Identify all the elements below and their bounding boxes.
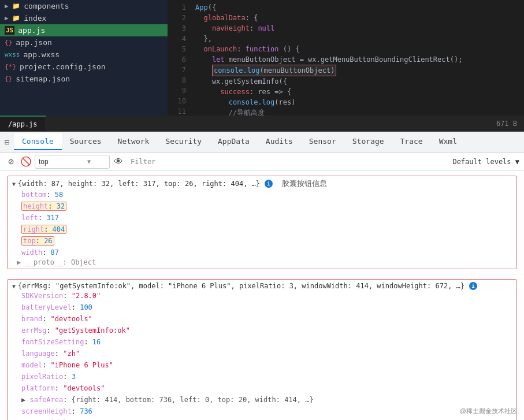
file-size: 671 B bbox=[489, 117, 524, 130]
sidebar-item-projectconfig[interactable]: {*} project.config.json bbox=[0, 61, 168, 73]
prop-brand: brand: "devtools" bbox=[21, 313, 512, 325]
tab-network[interactable]: Network bbox=[110, 133, 158, 150]
menubutton-object-header[interactable]: ▼ {width: 87, height: 32, left: 317, top… bbox=[12, 179, 512, 189]
systeminfo-object-summary: {errMsg: "getSystemInfo:ok", model: "iPh… bbox=[18, 282, 464, 290]
prop-width: width: 87 bbox=[21, 247, 512, 258]
wxss-icon: wxss bbox=[5, 51, 20, 58]
js-icon: JS bbox=[5, 26, 14, 35]
prop-language: language: "zh" bbox=[21, 348, 512, 359]
tab-security[interactable]: Security bbox=[157, 133, 210, 150]
line-numbers: 12345 67891011 bbox=[168, 0, 191, 116]
tab-trace[interactable]: Trace bbox=[392, 133, 431, 150]
eye-icon[interactable]: 👁 bbox=[112, 155, 125, 168]
sidebar-item-sitemapjson[interactable]: {} sitemap.json bbox=[0, 73, 168, 85]
devtools: ⊟ Console Sources Network Security AppDa… bbox=[0, 132, 524, 420]
prop-model: model: "iPhone 6 Plus" bbox=[21, 359, 512, 371]
config-icon: {*} bbox=[5, 63, 16, 70]
tab-wxml[interactable]: Wxml bbox=[431, 133, 465, 150]
sidebar-item-index[interactable]: ▶ 📁 index bbox=[0, 12, 168, 24]
clear-console-button[interactable]: ⊘ bbox=[5, 155, 17, 168]
console-input[interactable] bbox=[39, 158, 85, 166]
editor-area: ▶ 📁 components ▶ 📁 index JS app.js {} ap… bbox=[0, 0, 524, 116]
tab-storage[interactable]: Storage bbox=[344, 133, 392, 150]
default-levels-dropdown[interactable]: Default levels ▼ bbox=[452, 158, 519, 166]
console-output: ▼ {width: 87, height: 32, left: 317, top… bbox=[0, 171, 524, 420]
json-icon: {} bbox=[5, 75, 12, 83]
file-tab-label: /app.js bbox=[8, 120, 38, 128]
block-icon[interactable]: 🚫 bbox=[20, 155, 32, 168]
prop-safearea: ▶ safeArea: {right: 414, bottom: 736, le… bbox=[21, 394, 512, 406]
menubutton-object-block: ▼ {width: 87, height: 32, left: 317, top… bbox=[7, 176, 517, 269]
devtools-settings-icon[interactable]: ⊟ bbox=[0, 135, 14, 149]
sidebar-item-label: app.json bbox=[16, 38, 52, 47]
info-icon: i bbox=[265, 180, 273, 188]
tab-sources[interactable]: Sources bbox=[62, 133, 110, 150]
console-entry-2: ▼ {errMsg: "getSystemInfo:ok", model: "i… bbox=[0, 274, 524, 420]
file-tabs: /app.js 671 B bbox=[0, 116, 524, 132]
prop-sdkversion: SDKVersion: "2.8.0" bbox=[21, 290, 512, 302]
console-input-box: ▼ bbox=[35, 155, 110, 169]
console-toolbar: ⊘ 🚫 ▼ 👁 Filter Default levels ▼ bbox=[0, 153, 524, 171]
json-icon: {} bbox=[5, 39, 12, 46]
code-content: App({ globalData: { navHeight: null }, o… bbox=[191, 0, 524, 116]
chevron-down-icon[interactable]: ▼ bbox=[87, 158, 91, 165]
prop-platform: platform: "devtools" bbox=[21, 382, 512, 394]
sidebar-item-label: app.wxss bbox=[24, 50, 60, 59]
proto-line-1[interactable]: ▶ __proto__: Object bbox=[12, 258, 512, 266]
console-entry-1: ▼ {width: 87, height: 32, left: 317, top… bbox=[0, 171, 524, 274]
expand-triangle-icon-2: ▼ bbox=[12, 283, 16, 289]
prop-errmsg: errMsg: "getSystemInfo:ok" bbox=[21, 325, 512, 336]
tab-appdata[interactable]: AppData bbox=[210, 133, 258, 150]
annotation-label-1: 胶囊按钮信息 bbox=[282, 179, 327, 189]
sidebar: ▶ 📁 components ▶ 📁 index JS app.js {} ap… bbox=[0, 0, 168, 116]
prop-right: right: 404 bbox=[21, 224, 512, 235]
sidebar-item-appwxss[interactable]: wxss app.wxss bbox=[0, 49, 168, 61]
prop-pixelratio: pixelRatio: 3 bbox=[21, 371, 512, 382]
prop-top: top: 26 bbox=[21, 235, 512, 247]
prop-batterylevel: batteryLevel: 100 bbox=[21, 302, 512, 313]
sidebar-item-label: project.config.json bbox=[20, 62, 106, 71]
expand-triangle-icon: ▼ bbox=[12, 181, 16, 187]
sidebar-item-appjs[interactable]: JS app.js bbox=[0, 24, 168, 36]
watermark: @稀土掘金技术社区 bbox=[460, 407, 517, 415]
tab-sensor[interactable]: Sensor bbox=[301, 133, 344, 150]
code-editor: 12345 67891011 App({ globalData: { navHe… bbox=[168, 0, 524, 116]
sidebar-item-label: app.js bbox=[18, 26, 45, 35]
sidebar-item-label: components bbox=[24, 2, 69, 10]
prop-screenwidth: screenWidth: 414 bbox=[21, 417, 512, 420]
info-icon-2: i bbox=[469, 282, 477, 290]
prop-bottom: bottom: 58 bbox=[21, 189, 512, 200]
devtools-tab-bar: ⊟ Console Sources Network Security AppDa… bbox=[0, 132, 524, 153]
prop-left: left: 317 bbox=[21, 212, 512, 224]
folder-icon: ▶ 📁 bbox=[5, 2, 20, 10]
sidebar-item-appjson[interactable]: {} app.json bbox=[0, 36, 168, 49]
systeminfo-object-header[interactable]: ▼ {errMsg: "getSystemInfo:ok", model: "i… bbox=[12, 282, 512, 290]
sidebar-item-label: sitemap.json bbox=[16, 75, 70, 83]
menubutton-object-summary: {width: 87, height: 32, left: 317, top: … bbox=[18, 180, 260, 188]
sidebar-item-label: index bbox=[24, 14, 46, 23]
menubutton-props: bottom: 58 height: 32 left: 317 right: 4… bbox=[12, 189, 512, 258]
sidebar-item-components[interactable]: ▶ 📁 components bbox=[0, 0, 168, 12]
file-tab-appjs[interactable]: /app.js bbox=[0, 116, 46, 131]
prop-fontsizesetting: fontSizeSetting: 16 bbox=[21, 336, 512, 348]
prop-screenheight: screenHeight: 736 bbox=[21, 406, 512, 417]
systeminfo-object-block: ▼ {errMsg: "getSystemInfo:ok", model: "i… bbox=[7, 279, 517, 420]
filter-label[interactable]: Filter bbox=[127, 158, 159, 166]
folder-icon: ▶ 📁 bbox=[5, 14, 20, 22]
tab-console[interactable]: Console bbox=[14, 133, 62, 150]
systeminfo-props: SDKVersion: "2.8.0" batteryLevel: 100 br… bbox=[12, 290, 512, 420]
tab-audits[interactable]: Audits bbox=[258, 133, 301, 150]
prop-height: height: 32 bbox=[21, 200, 512, 212]
